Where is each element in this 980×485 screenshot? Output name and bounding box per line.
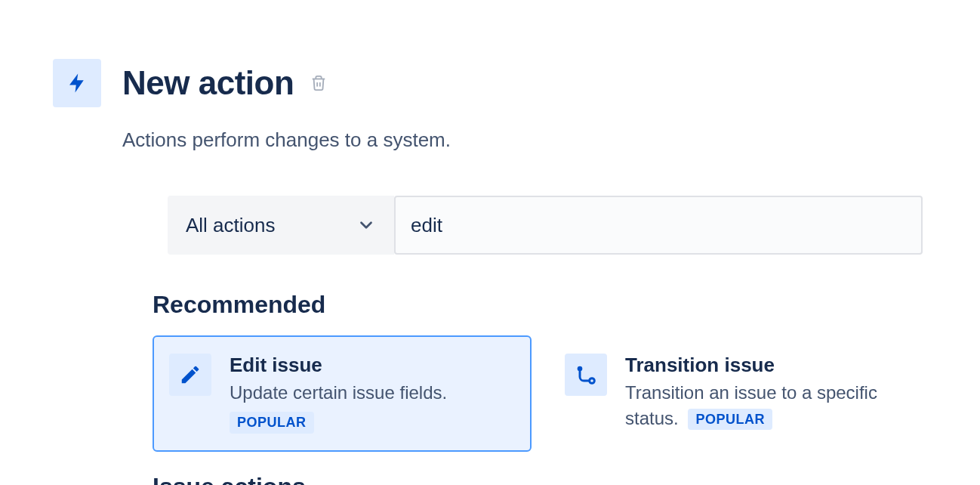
- card-desc: Update certain issue fields.: [230, 380, 515, 406]
- card-title: Edit issue: [230, 354, 515, 377]
- header-row: New action: [53, 59, 927, 107]
- section-title-recommended: Recommended: [153, 291, 927, 319]
- issue-actions-section: Issue actions: [153, 473, 927, 485]
- card-title: Transition issue: [625, 354, 911, 377]
- action-lightning-icon: [53, 59, 101, 107]
- recommended-section: Recommended Edit issue Update certain is…: [153, 291, 927, 452]
- transition-icon: [565, 354, 607, 396]
- action-card-edit-issue[interactable]: Edit issue Update certain issue fields. …: [153, 335, 532, 452]
- page-subtitle: Actions perform changes to a system.: [122, 128, 927, 152]
- search-input[interactable]: [394, 196, 923, 255]
- actions-filter-dropdown[interactable]: All actions: [168, 196, 394, 255]
- dropdown-label: All actions: [186, 214, 276, 237]
- action-card-transition-issue[interactable]: Transition issue Transition an issue to …: [548, 335, 927, 452]
- section-title-issue-actions: Issue actions: [153, 473, 927, 485]
- filter-row: All actions: [168, 196, 923, 255]
- popular-badge: POPULAR: [230, 412, 314, 434]
- delete-button[interactable]: [307, 71, 330, 95]
- pencil-icon: [169, 354, 211, 396]
- page-title: New action: [122, 64, 294, 102]
- card-desc: Transition an issue to a specific status…: [625, 380, 911, 431]
- popular-badge: POPULAR: [688, 409, 772, 430]
- chevron-down-icon: [356, 215, 376, 235]
- trash-icon: [310, 74, 327, 92]
